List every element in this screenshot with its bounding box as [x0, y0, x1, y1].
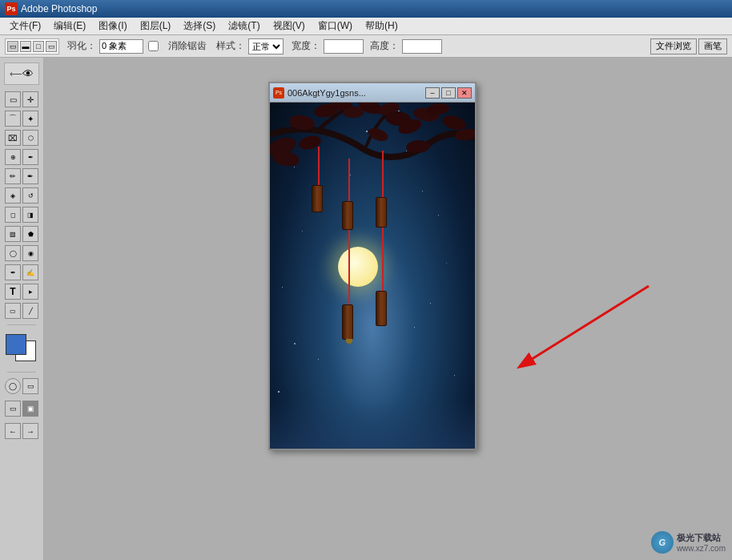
svg-point-15 [366, 126, 389, 143]
feather-input[interactable] [99, 39, 143, 54]
svg-point-6 [376, 103, 401, 117]
single-row-icon[interactable]: ▭ [46, 41, 57, 52]
menu-window[interactable]: 窗口(W) [312, 18, 359, 34]
menu-help[interactable]: 帮助(H) [359, 18, 404, 34]
svg-point-11 [440, 113, 467, 131]
quick-mask-button[interactable]: ▭ [22, 378, 38, 394]
height-label: 高度： [370, 39, 399, 53]
menu-file[interactable]: 文件(F) [3, 18, 47, 34]
standard-mode-button[interactable]: ◯ [5, 378, 21, 394]
patch-tool[interactable]: ✒ [22, 149, 38, 165]
chime-string-3 [318, 147, 320, 187]
burn-tool[interactable]: ◉ [22, 245, 38, 261]
branches-svg [270, 103, 475, 263]
menu-bar: 文件(F) 编辑(E) 图像(I) 图层(L) 选择(S) 滤镜(T) 视图(V… [0, 18, 732, 35]
slice-tool[interactable]: ⬡ [22, 130, 38, 146]
antialias-label: 消除锯齿 [168, 39, 207, 53]
svg-point-13 [271, 149, 301, 168]
restore-button[interactable]: □ [441, 87, 456, 99]
foreground-color-swatch[interactable] [6, 334, 26, 355]
gradient-tool[interactable]: ▨ [5, 226, 21, 242]
tool-row-5: ✏ ✒ [3, 168, 40, 184]
style-select[interactable]: 正常 [248, 38, 284, 54]
shape-tool[interactable]: ▭ [5, 303, 21, 319]
svg-point-2 [313, 103, 339, 119]
sq-marquee-icon[interactable]: □ [33, 41, 44, 52]
canvas-area: Ps 006AkgtYgy1gsns... – □ ✕ [44, 58, 732, 560]
healing-tool[interactable]: ⊕ [5, 149, 21, 165]
chime-body-3 [312, 185, 323, 212]
chime-string-2 [348, 159, 350, 203]
crop-tool[interactable]: ⌧ [5, 130, 21, 146]
view-options[interactable]: ⟵ 👁 [4, 62, 39, 85]
menu-image[interactable]: 图像(I) [92, 18, 133, 34]
tool-row-4: ⊕ ✒ [3, 149, 40, 165]
svg-point-8 [396, 116, 424, 136]
tool-row-9: ◯ ◉ [3, 245, 40, 261]
history-brush-tool[interactable]: ↺ [22, 187, 38, 203]
menu-select[interactable]: 选择(S) [177, 18, 222, 34]
bottom-mist [270, 401, 475, 449]
app-icon: Ps [5, 2, 18, 15]
pen-tool[interactable]: ✒ [5, 264, 21, 280]
file-browser-button[interactable]: 文件浏览 [650, 38, 697, 54]
antialias-checkbox[interactable] [148, 41, 159, 51]
rect-marquee-icon[interactable]: ▭ [7, 41, 18, 52]
svg-point-12 [454, 127, 475, 143]
svg-point-5 [356, 103, 384, 117]
svg-point-10 [426, 103, 449, 115]
title-bar: Ps Adobe Photoshop [0, 0, 732, 18]
tool-row-7: ◻ ◨ [3, 207, 40, 223]
right-arrow-button[interactable]: → [22, 423, 38, 439]
type-tool[interactable]: T [5, 284, 21, 300]
chime-string-2b [348, 230, 350, 306]
tool-row-3: ⌧ ⬡ [3, 130, 40, 146]
width-input[interactable] [324, 39, 364, 54]
paint-bucket-tool[interactable]: ⬟ [22, 226, 38, 242]
chime-body-1b [376, 291, 387, 326]
left-arrow-button[interactable]: ← [5, 423, 21, 439]
menu-edit[interactable]: 编辑(E) [47, 18, 92, 34]
clone-tool[interactable]: ◈ [5, 187, 21, 203]
style-label: 样式： [216, 39, 245, 53]
magic-wand-tool[interactable]: ✦ [22, 111, 38, 127]
menu-view[interactable]: 视图(V) [267, 18, 312, 34]
scene [270, 103, 475, 449]
chime-string-1 [382, 151, 384, 199]
bg-eraser-tool[interactable]: ◨ [22, 207, 38, 223]
annotation-arrow [493, 282, 653, 381]
svg-point-16 [405, 139, 430, 155]
app-title: Adobe Photoshop [21, 3, 97, 14]
main-area: ⟵ 👁 ▭ ✛ ⌒ ✦ ⌧ ⬡ ⊕ ✒ ✏ ✒ ◈ [0, 58, 732, 560]
lasso-tool[interactable]: ⌒ [5, 111, 21, 127]
pencil-tool[interactable]: ✒ [22, 168, 38, 184]
watermark-text: 极光下载站 www.xz7.com [677, 532, 726, 553]
standard-screen-button[interactable]: ▭ [5, 401, 21, 417]
tool-row-8: ▨ ⬟ [3, 226, 40, 242]
full-screen-button[interactable]: ▣ [22, 401, 38, 417]
tool-row-12: ▭ ╱ [3, 303, 40, 319]
menu-filter[interactable]: 滤镜(T) [222, 18, 266, 34]
view-mode-row: ▭ ▣ [3, 401, 40, 417]
move-tool[interactable]: ✛ [22, 91, 38, 107]
document-titlebar: Ps 006AkgtYgy1gsns... – □ ✕ [270, 83, 475, 103]
marquee-tool[interactable]: ▭ [5, 91, 21, 107]
document-window[interactable]: Ps 006AkgtYgy1gsns... – □ ✕ [268, 82, 477, 450]
minimize-button[interactable]: – [425, 87, 440, 99]
close-button[interactable]: ✕ [457, 87, 472, 99]
eraser-tool[interactable]: ◻ [5, 207, 21, 223]
tool-row-10: ✒ ✍ [3, 264, 40, 280]
menu-layer[interactable]: 图层(L) [134, 18, 178, 34]
painter-button[interactable]: 画笔 [698, 38, 727, 54]
tool-row-6: ◈ ↺ [3, 187, 40, 203]
dodge-tool[interactable]: ◯ [5, 245, 21, 261]
color-swatch-area[interactable] [6, 334, 38, 363]
freeform-pen-tool[interactable]: ✍ [22, 264, 38, 280]
brush-tool[interactable]: ✏ [5, 168, 21, 184]
line-tool[interactable]: ╱ [22, 303, 38, 319]
round-marquee-icon[interactable]: ▬ [20, 41, 31, 52]
document-ps-icon: Ps [273, 87, 284, 99]
svg-point-7 [384, 111, 411, 127]
height-input[interactable] [402, 39, 442, 54]
path-select-tool[interactable]: ▸ [22, 284, 38, 300]
